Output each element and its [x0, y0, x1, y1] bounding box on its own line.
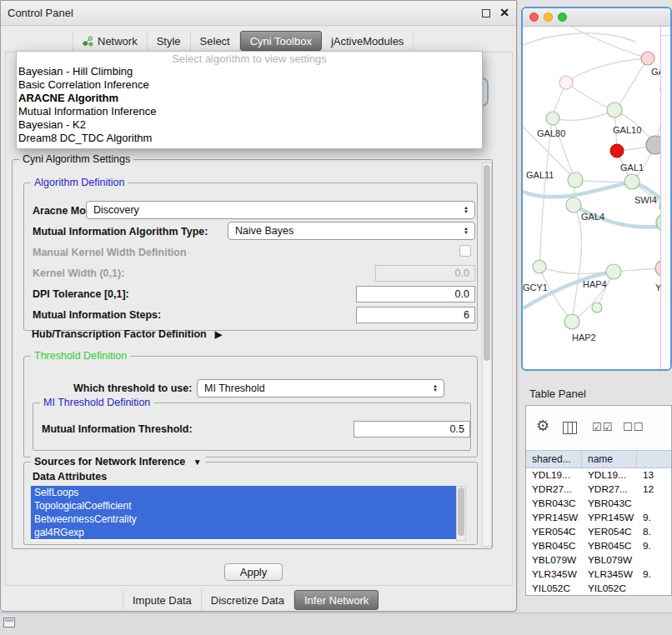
table-row[interactable]: YPR145WYPR145W9. [526, 511, 671, 525]
table-header-row: shared...name [526, 450, 671, 468]
network-node[interactable] [566, 198, 581, 212]
column-header-blank[interactable] [637, 451, 671, 468]
network-edge[interactable] [539, 267, 572, 322]
network-scrollbar[interactable] [660, 27, 670, 369]
node-label: GCY1 [523, 282, 548, 292]
network-view-window[interactable]: GAL8GAL80GAL10GAL11GAL1SWI4GAL4GCY1HAP4H… [521, 7, 672, 371]
mi-algorithm-type-select[interactable]: Naive Bayes ▲ ▼ [228, 222, 475, 240]
network-node[interactable] [610, 144, 624, 158]
menu-item-aracne-algorithm[interactable]: ARACNE Algorithm [17, 92, 482, 105]
mi-threshold-input[interactable]: 0.5 [354, 421, 470, 438]
network-node[interactable] [641, 52, 654, 65]
network-edge[interactable] [566, 82, 614, 110]
tab-jactivemodules[interactable]: jActiveModules [322, 31, 414, 51]
mi-type-label: Mutual Information Algorithm Type: [33, 226, 208, 238]
column-header-name[interactable]: name [582, 451, 637, 468]
close-window-icon[interactable] [529, 12, 539, 22]
table-row[interactable]: YIL052CYIL052C [526, 582, 671, 595]
bottom-tab-bar: Impute DataDiscretize DataInfer Network [123, 590, 379, 610]
network-edge[interactable] [575, 180, 632, 182]
dpi-tolerance-input[interactable]: 0.0 [356, 286, 475, 302]
tab-impute-data[interactable]: Impute Data [123, 590, 202, 610]
float-panel-icon[interactable] [482, 9, 490, 18]
hub-definition-expander[interactable]: Hub/Transcription Factor Definition ▶ [32, 328, 222, 340]
down-arrow-icon: ▼ [433, 388, 438, 392]
menu-item-basic-correlation-inference[interactable]: Basic Correlation Inference [17, 78, 482, 92]
network-node[interactable] [646, 136, 660, 154]
network-edge[interactable] [553, 110, 614, 120]
table-panel-title: Table Panel [529, 388, 586, 400]
network-edge[interactable] [571, 27, 648, 58]
menu-item-dream8-dc-tdc-algorithm[interactable]: Dream8 DC_TDC Algorithm [17, 132, 482, 145]
tab-style[interactable]: Style [148, 31, 191, 51]
zoom-window-icon[interactable] [558, 12, 567, 22]
mi-steps-input[interactable]: 6 [356, 307, 475, 323]
table-row[interactable]: YBR045CYBR045C9. [526, 539, 671, 553]
manual-kernel-checkbox[interactable] [459, 245, 471, 257]
gear-icon[interactable]: ⚙ [536, 417, 549, 435]
restore-panel-icon[interactable] [3, 618, 15, 628]
network-edge[interactable] [523, 33, 635, 45]
tab-discretize-data[interactable]: Discretize Data [202, 590, 294, 610]
settings-scrollbar[interactable] [482, 162, 492, 547]
table-row[interactable]: YDL19...YDL19...13 [526, 468, 671, 482]
control-panel-window: Control Panel ✕ NetworkStyleSelectCyni T… [0, 0, 517, 612]
network-node[interactable] [564, 314, 579, 329]
column-selector-icon[interactable] [563, 422, 577, 434]
network-edge[interactable] [616, 58, 648, 110]
network-node[interactable] [533, 260, 546, 273]
attributes-list-scrollbar[interactable] [456, 486, 466, 541]
scrollbar-thumb[interactable] [458, 488, 464, 536]
table-row[interactable]: YBL079WYBL079W [526, 553, 671, 568]
table-cell: 12 [637, 482, 671, 497]
group-title: MI Threshold Definition [40, 397, 153, 408]
tab-infer-network[interactable]: Infer Network [294, 590, 379, 610]
deselect-all-icon[interactable]: ☐☐ [623, 421, 644, 433]
tab-select[interactable]: Select [191, 31, 240, 51]
table-row[interactable]: YLR345WYLR345W9. [526, 568, 671, 582]
tab-label: Network [98, 35, 138, 48]
menu-item-bayesian-hill-climbing[interactable]: Bayesian - Hill Climbing [17, 65, 482, 78]
kernel-width-input[interactable]: 0.0 [375, 265, 475, 282]
select-all-icon[interactable]: ☑☑ [592, 421, 613, 433]
control-panel-titlebar: Control Panel ✕ [1, 1, 516, 26]
table-row[interactable]: YER054CYER054C8. [526, 525, 671, 539]
attribute-item-betweennesscentrality[interactable]: BetweennessCentrality [31, 512, 456, 526]
network-node[interactable] [546, 112, 559, 125]
table-cell: YBL079W [582, 553, 637, 568]
network-node[interactable] [607, 102, 622, 118]
tab-network[interactable]: Network [73, 31, 148, 51]
node-label: GAL4 [581, 212, 604, 222]
dpi-tolerance-label: DPI Tolerance [0,1]: [33, 288, 129, 300]
table-toolbar: ⚙ ☑☑ ☐☐ [526, 406, 671, 450]
network-node[interactable] [592, 302, 602, 312]
network-node[interactable] [559, 76, 573, 89]
minimize-window-icon[interactable] [544, 12, 553, 22]
network-node[interactable] [568, 172, 583, 188]
selected-value: Naive Bayes [235, 225, 459, 237]
column-header-shared[interactable]: shared... [526, 451, 582, 468]
network-node[interactable] [606, 264, 621, 279]
node-label: HAP4 [583, 279, 607, 289]
attribute-item-selfloops[interactable]: SelfLoops [31, 486, 456, 499]
close-panel-icon[interactable]: ✕ [499, 6, 509, 19]
aracne-mode-select[interactable]: Discovery ▲ ▼ [86, 201, 475, 219]
network-edge[interactable] [539, 118, 553, 267]
table-row[interactable]: YDR27...YDR27...12 [526, 482, 671, 497]
network-icon [83, 36, 93, 47]
threshold-type-select[interactable]: MI Threshold ▲ ▼ [197, 379, 444, 398]
network-node[interactable] [624, 174, 639, 189]
network-edge[interactable] [572, 205, 582, 322]
table-row[interactable]: YBR043CYBR043C [526, 497, 671, 511]
network-canvas[interactable]: GAL8GAL80GAL10GAL11GAL1SWI4GAL4GCY1HAP4H… [523, 27, 660, 369]
table-cell: YDL19... [526, 468, 582, 482]
scrollbar-thumb[interactable] [484, 165, 490, 361]
apply-button[interactable]: Apply [224, 563, 283, 581]
attribute-item-topologicalcoefficient[interactable]: TopologicalCoefficient [31, 499, 456, 512]
attribute-item-gal4rgexp[interactable]: gal4RGexp [31, 526, 456, 539]
scrollbar-button[interactable] [661, 27, 670, 36]
menu-item-mutual-information-inference[interactable]: Mutual Information Inference [17, 105, 482, 118]
tab-cyni-toolbox[interactable]: Cyni Toolbox [240, 31, 322, 51]
menu-item-bayesian-k2[interactable]: Bayesian - K2 [17, 118, 482, 132]
sources-expander[interactable]: Sources for Network Inference ▼ [31, 456, 205, 468]
